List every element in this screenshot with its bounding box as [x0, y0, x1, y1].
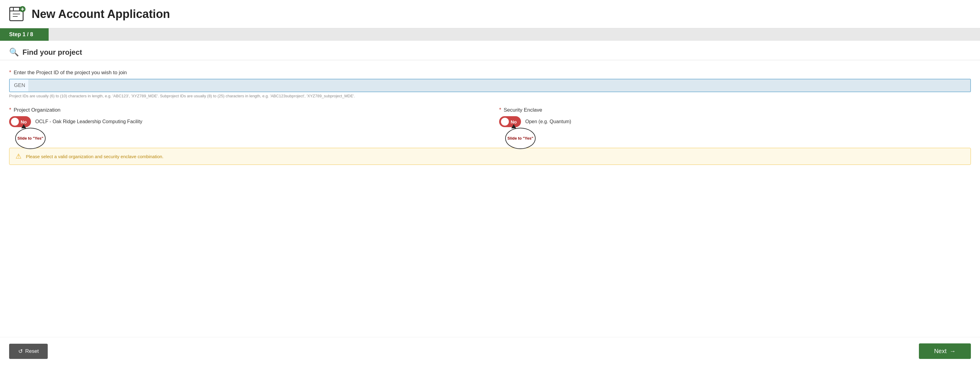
next-button[interactable]: Next →: [919, 343, 971, 359]
warning-icon: ⚠: [16, 152, 22, 160]
page-title: New Account Application: [32, 8, 170, 21]
project-id-input[interactable]: [28, 80, 970, 92]
org-toggle-circle: [11, 118, 19, 126]
required-star-org: *: [9, 107, 11, 113]
enclave-toggle-container: No Slide to "Yes": [499, 116, 521, 127]
warning-banner: ⚠ Please select a valid organization and…: [9, 148, 971, 165]
enclave-toggle-button[interactable]: No: [499, 116, 521, 127]
org-toggle-container: No Slide to "Yes": [9, 116, 31, 127]
enclave-toggle-row: No Slide to "Yes" Open (e.g. Quantum): [499, 116, 971, 127]
required-star-enclave: *: [499, 107, 501, 113]
enclave-toggle-circle: [501, 118, 509, 126]
required-star-project-id: *: [9, 69, 11, 76]
step-badge: Step 1 / 8: [0, 28, 49, 41]
reset-button[interactable]: ↺ Reset: [9, 344, 48, 359]
find-project-header: 🔍 Find your project: [9, 48, 971, 57]
org-toggle-button[interactable]: No: [9, 116, 31, 127]
org-callout-bubble: Slide to "Yes": [15, 128, 46, 149]
main-content: * Enter the Project ID of the project yo…: [0, 60, 980, 337]
project-id-prefix: GEN: [10, 80, 28, 92]
reset-label: Reset: [25, 348, 38, 354]
bottom-bar: ↺ Reset Next →: [0, 337, 980, 365]
project-org-label: * Project Organization: [9, 107, 481, 113]
find-project-title: Find your project: [22, 48, 82, 57]
next-arrow-icon: →: [950, 347, 956, 355]
enclave-name-label: Open (e.g. Quantum): [525, 119, 571, 124]
next-label: Next: [934, 347, 947, 355]
org-toggle-row: No Slide to "Yes" OCLF - Oak Ridge Leade…: [9, 116, 481, 127]
security-enclave-col: * Security Enclave No Slide to "Yes" Ope…: [499, 107, 971, 129]
project-id-hint: Project IDs are usually (6) to (10) char…: [9, 94, 971, 98]
new-account-icon: [9, 5, 26, 22]
reset-icon: ↺: [18, 348, 23, 355]
project-org-col: * Project Organization No Slide to "Yes"…: [9, 107, 481, 129]
project-id-group: * Enter the Project ID of the project yo…: [9, 69, 971, 98]
project-id-input-wrapper[interactable]: GEN: [9, 79, 971, 92]
page-header: New Account Application: [0, 0, 980, 28]
find-project-section: 🔍 Find your project: [0, 41, 980, 60]
org-toggle-value: No: [21, 119, 27, 124]
org-enclave-row: * Project Organization No Slide to "Yes"…: [9, 107, 971, 129]
project-id-label: * Enter the Project ID of the project yo…: [9, 69, 971, 76]
enclave-callout-bubble: Slide to "Yes": [505, 128, 536, 149]
security-enclave-label: * Security Enclave: [499, 107, 971, 113]
search-icon: 🔍: [9, 48, 19, 57]
org-name-label: OCLF - Oak Ridge Leadership Computing Fa…: [35, 119, 142, 124]
enclave-toggle-value: No: [511, 119, 517, 124]
warning-text: Please select a valid organization and s…: [26, 154, 164, 159]
step-bar: Step 1 / 8: [0, 28, 980, 41]
